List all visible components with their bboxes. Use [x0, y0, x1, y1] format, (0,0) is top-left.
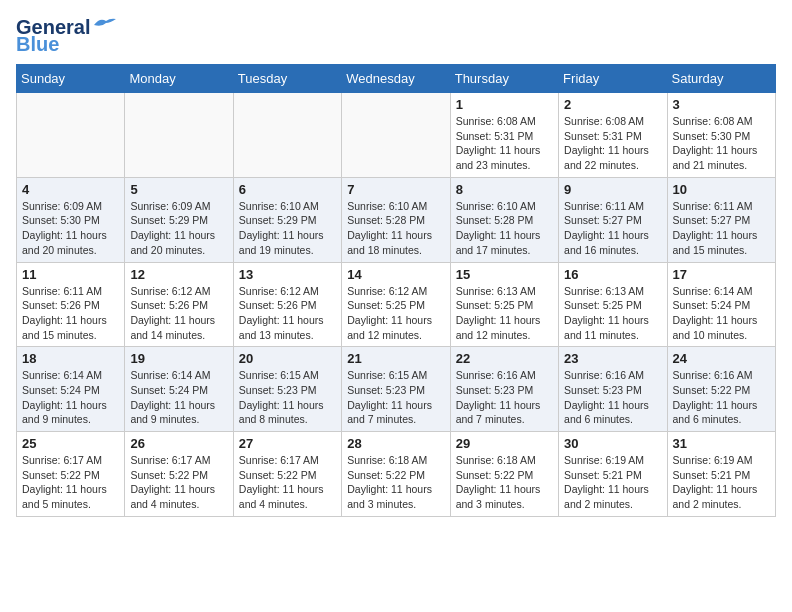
day-number: 20: [239, 351, 336, 366]
day-info: Sunrise: 6:12 AM Sunset: 5:26 PM Dayligh…: [239, 284, 336, 343]
calendar-cell: 11Sunrise: 6:11 AM Sunset: 5:26 PM Dayli…: [17, 262, 125, 347]
weekday-header-row: SundayMondayTuesdayWednesdayThursdayFrid…: [17, 65, 776, 93]
day-info: Sunrise: 6:15 AM Sunset: 5:23 PM Dayligh…: [239, 368, 336, 427]
day-info: Sunrise: 6:15 AM Sunset: 5:23 PM Dayligh…: [347, 368, 444, 427]
day-info: Sunrise: 6:16 AM Sunset: 5:23 PM Dayligh…: [456, 368, 553, 427]
calendar-cell: [233, 93, 341, 178]
calendar-cell: [125, 93, 233, 178]
day-number: 11: [22, 267, 119, 282]
day-number: 23: [564, 351, 661, 366]
day-number: 12: [130, 267, 227, 282]
calendar-cell: 13Sunrise: 6:12 AM Sunset: 5:26 PM Dayli…: [233, 262, 341, 347]
day-number: 27: [239, 436, 336, 451]
calendar-cell: 6Sunrise: 6:10 AM Sunset: 5:29 PM Daylig…: [233, 177, 341, 262]
day-info: Sunrise: 6:14 AM Sunset: 5:24 PM Dayligh…: [130, 368, 227, 427]
day-number: 26: [130, 436, 227, 451]
day-info: Sunrise: 6:08 AM Sunset: 5:31 PM Dayligh…: [456, 114, 553, 173]
day-info: Sunrise: 6:10 AM Sunset: 5:28 PM Dayligh…: [456, 199, 553, 258]
calendar-cell: 9Sunrise: 6:11 AM Sunset: 5:27 PM Daylig…: [559, 177, 667, 262]
day-number: 24: [673, 351, 770, 366]
calendar-cell: 15Sunrise: 6:13 AM Sunset: 5:25 PM Dayli…: [450, 262, 558, 347]
calendar-cell: 27Sunrise: 6:17 AM Sunset: 5:22 PM Dayli…: [233, 432, 341, 517]
week-row-3: 11Sunrise: 6:11 AM Sunset: 5:26 PM Dayli…: [17, 262, 776, 347]
day-number: 17: [673, 267, 770, 282]
calendar-cell: 5Sunrise: 6:09 AM Sunset: 5:29 PM Daylig…: [125, 177, 233, 262]
day-number: 2: [564, 97, 661, 112]
day-info: Sunrise: 6:17 AM Sunset: 5:22 PM Dayligh…: [130, 453, 227, 512]
day-info: Sunrise: 6:11 AM Sunset: 5:27 PM Dayligh…: [564, 199, 661, 258]
day-number: 15: [456, 267, 553, 282]
day-info: Sunrise: 6:10 AM Sunset: 5:29 PM Dayligh…: [239, 199, 336, 258]
calendar-cell: 20Sunrise: 6:15 AM Sunset: 5:23 PM Dayli…: [233, 347, 341, 432]
day-info: Sunrise: 6:19 AM Sunset: 5:21 PM Dayligh…: [673, 453, 770, 512]
day-info: Sunrise: 6:10 AM Sunset: 5:28 PM Dayligh…: [347, 199, 444, 258]
day-info: Sunrise: 6:11 AM Sunset: 5:26 PM Dayligh…: [22, 284, 119, 343]
day-number: 18: [22, 351, 119, 366]
weekday-header-thursday: Thursday: [450, 65, 558, 93]
day-info: Sunrise: 6:11 AM Sunset: 5:27 PM Dayligh…: [673, 199, 770, 258]
day-number: 7: [347, 182, 444, 197]
day-info: Sunrise: 6:18 AM Sunset: 5:22 PM Dayligh…: [456, 453, 553, 512]
day-info: Sunrise: 6:14 AM Sunset: 5:24 PM Dayligh…: [22, 368, 119, 427]
calendar-cell: 23Sunrise: 6:16 AM Sunset: 5:23 PM Dayli…: [559, 347, 667, 432]
calendar-cell: 10Sunrise: 6:11 AM Sunset: 5:27 PM Dayli…: [667, 177, 775, 262]
day-number: 30: [564, 436, 661, 451]
day-info: Sunrise: 6:17 AM Sunset: 5:22 PM Dayligh…: [239, 453, 336, 512]
weekday-header-sunday: Sunday: [17, 65, 125, 93]
calendar-cell: 26Sunrise: 6:17 AM Sunset: 5:22 PM Dayli…: [125, 432, 233, 517]
day-number: 29: [456, 436, 553, 451]
day-number: 4: [22, 182, 119, 197]
weekday-header-wednesday: Wednesday: [342, 65, 450, 93]
day-number: 22: [456, 351, 553, 366]
calendar-cell: 17Sunrise: 6:14 AM Sunset: 5:24 PM Dayli…: [667, 262, 775, 347]
calendar-cell: 22Sunrise: 6:16 AM Sunset: 5:23 PM Dayli…: [450, 347, 558, 432]
weekday-header-saturday: Saturday: [667, 65, 775, 93]
week-row-2: 4Sunrise: 6:09 AM Sunset: 5:30 PM Daylig…: [17, 177, 776, 262]
page-header: General Blue: [16, 16, 776, 56]
day-number: 28: [347, 436, 444, 451]
calendar-cell: 2Sunrise: 6:08 AM Sunset: 5:31 PM Daylig…: [559, 93, 667, 178]
week-row-1: 1Sunrise: 6:08 AM Sunset: 5:31 PM Daylig…: [17, 93, 776, 178]
day-info: Sunrise: 6:19 AM Sunset: 5:21 PM Dayligh…: [564, 453, 661, 512]
logo-bird-icon: [92, 17, 116, 33]
day-info: Sunrise: 6:12 AM Sunset: 5:25 PM Dayligh…: [347, 284, 444, 343]
calendar-cell: 4Sunrise: 6:09 AM Sunset: 5:30 PM Daylig…: [17, 177, 125, 262]
day-number: 3: [673, 97, 770, 112]
week-row-5: 25Sunrise: 6:17 AM Sunset: 5:22 PM Dayli…: [17, 432, 776, 517]
calendar-cell: 28Sunrise: 6:18 AM Sunset: 5:22 PM Dayli…: [342, 432, 450, 517]
day-info: Sunrise: 6:18 AM Sunset: 5:22 PM Dayligh…: [347, 453, 444, 512]
day-number: 25: [22, 436, 119, 451]
calendar-cell: 25Sunrise: 6:17 AM Sunset: 5:22 PM Dayli…: [17, 432, 125, 517]
day-info: Sunrise: 6:08 AM Sunset: 5:30 PM Dayligh…: [673, 114, 770, 173]
calendar-cell: 18Sunrise: 6:14 AM Sunset: 5:24 PM Dayli…: [17, 347, 125, 432]
calendar-cell: 21Sunrise: 6:15 AM Sunset: 5:23 PM Dayli…: [342, 347, 450, 432]
day-info: Sunrise: 6:12 AM Sunset: 5:26 PM Dayligh…: [130, 284, 227, 343]
day-number: 16: [564, 267, 661, 282]
day-info: Sunrise: 6:17 AM Sunset: 5:22 PM Dayligh…: [22, 453, 119, 512]
day-number: 21: [347, 351, 444, 366]
day-number: 6: [239, 182, 336, 197]
day-number: 9: [564, 182, 661, 197]
calendar-cell: 12Sunrise: 6:12 AM Sunset: 5:26 PM Dayli…: [125, 262, 233, 347]
day-number: 8: [456, 182, 553, 197]
logo: General Blue: [16, 16, 116, 56]
weekday-header-friday: Friday: [559, 65, 667, 93]
day-number: 5: [130, 182, 227, 197]
day-info: Sunrise: 6:09 AM Sunset: 5:30 PM Dayligh…: [22, 199, 119, 258]
day-info: Sunrise: 6:09 AM Sunset: 5:29 PM Dayligh…: [130, 199, 227, 258]
calendar-cell: 16Sunrise: 6:13 AM Sunset: 5:25 PM Dayli…: [559, 262, 667, 347]
day-info: Sunrise: 6:13 AM Sunset: 5:25 PM Dayligh…: [456, 284, 553, 343]
calendar-table: SundayMondayTuesdayWednesdayThursdayFrid…: [16, 64, 776, 517]
weekday-header-tuesday: Tuesday: [233, 65, 341, 93]
calendar-cell: 30Sunrise: 6:19 AM Sunset: 5:21 PM Dayli…: [559, 432, 667, 517]
day-info: Sunrise: 6:16 AM Sunset: 5:22 PM Dayligh…: [673, 368, 770, 427]
calendar-cell: [17, 93, 125, 178]
calendar-cell: 29Sunrise: 6:18 AM Sunset: 5:22 PM Dayli…: [450, 432, 558, 517]
calendar-cell: 14Sunrise: 6:12 AM Sunset: 5:25 PM Dayli…: [342, 262, 450, 347]
day-number: 1: [456, 97, 553, 112]
week-row-4: 18Sunrise: 6:14 AM Sunset: 5:24 PM Dayli…: [17, 347, 776, 432]
day-number: 10: [673, 182, 770, 197]
calendar-cell: 19Sunrise: 6:14 AM Sunset: 5:24 PM Dayli…: [125, 347, 233, 432]
day-number: 19: [130, 351, 227, 366]
calendar-cell: 3Sunrise: 6:08 AM Sunset: 5:30 PM Daylig…: [667, 93, 775, 178]
